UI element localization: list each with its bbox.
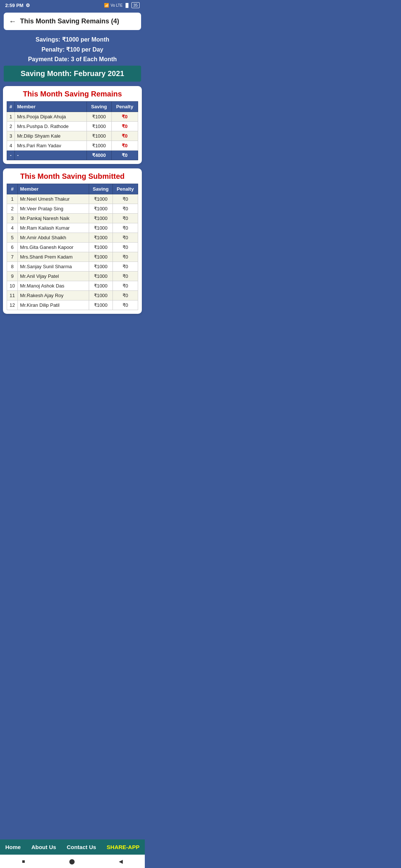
savings-info: Savings: ₹1000 per Month <box>5 36 140 43</box>
remains-card: This Month Saving Remains # Member Savin… <box>3 86 142 164</box>
battery: 35 <box>131 2 140 8</box>
signal-icon: Vo LTE <box>111 3 123 7</box>
cell-saving: ₹1000 <box>89 252 113 262</box>
total-num: - <box>7 151 15 160</box>
cell-penalty: ₹0 <box>111 131 138 141</box>
cell-penalty: ₹0 <box>113 291 138 300</box>
submitted-header-row: # Member Saving Penalty <box>7 184 138 194</box>
table-row: 7 Mrs.Shanti Prem Kadam ₹1000 ₹0 <box>7 252 138 262</box>
wifi-icon: 📶 <box>104 3 109 8</box>
cell-penalty: ₹0 <box>113 204 138 214</box>
cell-num: 2 <box>7 204 18 214</box>
table-row: 9 Mr.Anil Vijay Patel ₹1000 ₹0 <box>7 272 138 281</box>
table-row: 11 Mr.Rakesh Ajay Roy ₹1000 ₹0 <box>7 291 138 300</box>
cell-member: Mr.Amir Abdul Shaikh <box>18 233 89 243</box>
cell-saving: ₹1000 <box>89 300 113 310</box>
cell-member: Mrs.Shanti Prem Kadam <box>18 252 89 262</box>
cell-penalty: ₹0 <box>111 112 138 122</box>
cell-saving: ₹1000 <box>89 281 113 291</box>
cell-num: 3 <box>7 131 15 141</box>
cell-member: Mr.Ram Kailash Kumar <box>18 223 89 233</box>
table-row: 10 Mr.Manoj Ashok Das ₹1000 ₹0 <box>7 281 138 291</box>
cell-num: 10 <box>7 281 18 291</box>
cell-saving: ₹1000 <box>87 141 111 151</box>
cell-num: 11 <box>7 291 18 300</box>
cell-num: 12 <box>7 300 18 310</box>
settings-icon: ⚙ <box>26 3 30 8</box>
table-row: 3 Mr.Pankaj Naresh Naik ₹1000 ₹0 <box>7 214 138 223</box>
back-button[interactable]: ← <box>9 17 16 26</box>
page-title: This Month Saving Remains (4) <box>20 17 119 25</box>
table-row: 5 Mr.Amir Abdul Shaikh ₹1000 ₹0 <box>7 233 138 243</box>
col-member: Member <box>18 184 89 194</box>
cell-num: 3 <box>7 214 18 223</box>
cell-num: 1 <box>7 194 18 204</box>
cell-saving: ₹1000 <box>89 243 113 252</box>
cell-penalty: ₹0 <box>113 281 138 291</box>
time: 2:59 PM <box>5 3 23 8</box>
table-row: 1 Mrs.Pooja Dipak Ahuja ₹1000 ₹0 <box>7 112 138 122</box>
cell-member: Mr.Sanjay Sunil Sharma <box>18 262 89 272</box>
cell-member: Mr.Dilip Shyam Kale <box>15 131 87 141</box>
cell-saving: ₹1000 <box>89 223 113 233</box>
cell-saving: ₹1000 <box>89 214 113 223</box>
status-left: 2:59 PM ⚙ <box>5 3 30 8</box>
cell-num: 1 <box>7 112 15 122</box>
total-member: - <box>15 151 87 160</box>
table-row: 2 Mr.Veer Pratap Sing ₹1000 ₹0 <box>7 204 138 214</box>
penalty-info: Penalty: ₹100 per Day <box>5 46 140 53</box>
saving-month-text: Saving Month: February 2021 <box>21 69 124 78</box>
col-member: Member <box>15 102 87 112</box>
cell-saving: ₹1000 <box>89 194 113 204</box>
total-saving: ₹4000 <box>87 151 111 160</box>
cell-member: Mr.Kiran Dilip Patil <box>18 300 89 310</box>
table-row: 12 Mr.Kiran Dilip Patil ₹1000 ₹0 <box>7 300 138 310</box>
cell-member: Mrs.Gita Ganesh Kapoor <box>18 243 89 252</box>
cell-saving: ₹1000 <box>87 122 111 131</box>
cell-penalty: ₹0 <box>113 272 138 281</box>
remains-title: This Month Saving Remains <box>7 90 138 98</box>
remains-header-row: # Member Saving Penalty <box>7 102 138 112</box>
col-saving: Saving <box>89 184 113 194</box>
table-row: 1 Mr.Neel Umesh Thakur ₹1000 ₹0 <box>7 194 138 204</box>
cell-num: 8 <box>7 262 18 272</box>
col-saving: Saving <box>87 102 111 112</box>
cell-member: Mr.Rakesh Ajay Roy <box>18 291 89 300</box>
remains-table: # Member Saving Penalty 1 Mrs.Pooja Dipa… <box>7 101 138 160</box>
col-penalty: Penalty <box>111 102 138 112</box>
table-row: 2 Mrs.Pushpa D. Rathode ₹1000 ₹0 <box>7 122 138 131</box>
table-row: 4 Mrs.Pari Ram Yadav ₹1000 ₹0 <box>7 141 138 151</box>
payment-date-info: Payment Date: 3 of Each Month <box>5 56 140 63</box>
cell-num: 2 <box>7 122 15 131</box>
cell-member: Mrs.Pooja Dipak Ahuja <box>15 112 87 122</box>
cell-penalty: ₹0 <box>113 194 138 204</box>
table-row: 6 Mrs.Gita Ganesh Kapoor ₹1000 ₹0 <box>7 243 138 252</box>
cell-num: 6 <box>7 243 18 252</box>
col-num: # <box>7 184 18 194</box>
cell-num: 4 <box>7 223 18 233</box>
submitted-table: # Member Saving Penalty 1 Mr.Neel Umesh … <box>7 184 138 310</box>
cell-member: Mr.Veer Pratap Sing <box>18 204 89 214</box>
cell-penalty: ₹0 <box>113 300 138 310</box>
cell-num: 5 <box>7 233 18 243</box>
table-row: 4 Mr.Ram Kailash Kumar ₹1000 ₹0 <box>7 223 138 233</box>
cell-penalty: ₹0 <box>113 233 138 243</box>
col-penalty: Penalty <box>113 184 138 194</box>
cell-saving: ₹1000 <box>89 291 113 300</box>
cell-member: Mr.Manoj Ashok Das <box>18 281 89 291</box>
cell-num: 9 <box>7 272 18 281</box>
cell-member: Mr.Anil Vijay Patel <box>18 272 89 281</box>
status-right: 📶 Vo LTE ▐▌ 35 <box>104 2 140 8</box>
cell-penalty: ₹0 <box>113 214 138 223</box>
cell-num: 4 <box>7 141 15 151</box>
cell-penalty: ₹0 <box>111 141 138 151</box>
saving-month-bar: Saving Month: February 2021 <box>4 66 141 82</box>
table-row: 3 Mr.Dilip Shyam Kale ₹1000 ₹0 <box>7 131 138 141</box>
total-penalty: ₹0 <box>111 151 138 160</box>
cell-penalty: ₹0 <box>113 223 138 233</box>
cell-member: Mrs.Pushpa D. Rathode <box>15 122 87 131</box>
cell-saving: ₹1000 <box>87 131 111 141</box>
signal-bars: ▐▌ <box>124 3 130 7</box>
cell-saving: ₹1000 <box>89 262 113 272</box>
cell-member: Mr.Pankaj Naresh Naik <box>18 214 89 223</box>
